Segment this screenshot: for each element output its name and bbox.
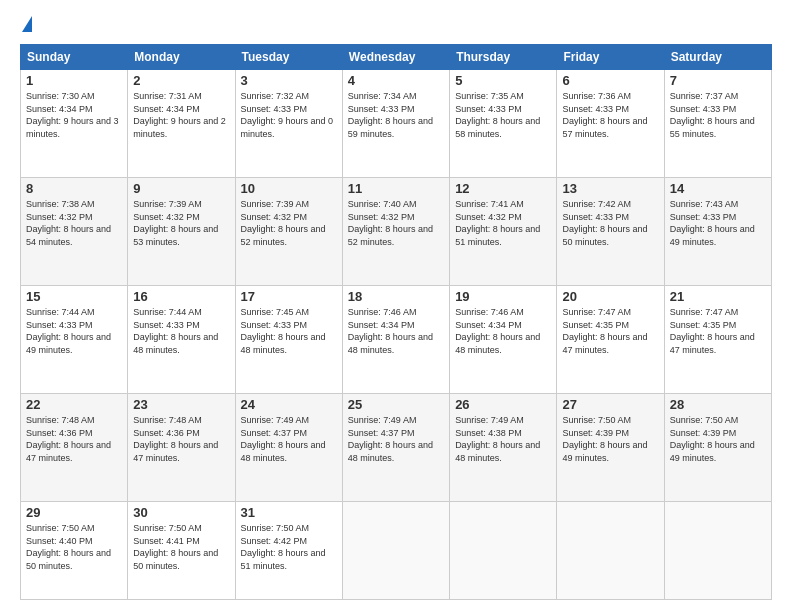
day-number: 12 — [455, 181, 551, 196]
day-number: 26 — [455, 397, 551, 412]
calendar-cell: 18 Sunrise: 7:46 AM Sunset: 4:34 PM Dayl… — [342, 286, 449, 394]
day-number: 29 — [26, 505, 122, 520]
calendar-cell: 13 Sunrise: 7:42 AM Sunset: 4:33 PM Dayl… — [557, 178, 664, 286]
calendar-cell — [664, 502, 771, 600]
day-number: 21 — [670, 289, 766, 304]
header-friday: Friday — [557, 45, 664, 70]
day-number: 9 — [133, 181, 229, 196]
calendar-cell: 29 Sunrise: 7:50 AM Sunset: 4:40 PM Dayl… — [21, 502, 128, 600]
day-number: 10 — [241, 181, 337, 196]
calendar-cell: 7 Sunrise: 7:37 AM Sunset: 4:33 PM Dayli… — [664, 70, 771, 178]
calendar-cell: 28 Sunrise: 7:50 AM Sunset: 4:39 PM Dayl… — [664, 394, 771, 502]
day-info: Sunrise: 7:49 AM Sunset: 4:38 PM Dayligh… — [455, 414, 551, 464]
calendar-cell: 30 Sunrise: 7:50 AM Sunset: 4:41 PM Dayl… — [128, 502, 235, 600]
day-info: Sunrise: 7:50 AM Sunset: 4:39 PM Dayligh… — [562, 414, 658, 464]
day-info: Sunrise: 7:37 AM Sunset: 4:33 PM Dayligh… — [670, 90, 766, 140]
calendar-cell: 26 Sunrise: 7:49 AM Sunset: 4:38 PM Dayl… — [450, 394, 557, 502]
day-number: 8 — [26, 181, 122, 196]
calendar-cell: 8 Sunrise: 7:38 AM Sunset: 4:32 PM Dayli… — [21, 178, 128, 286]
day-info: Sunrise: 7:42 AM Sunset: 4:33 PM Dayligh… — [562, 198, 658, 248]
day-info: Sunrise: 7:47 AM Sunset: 4:35 PM Dayligh… — [670, 306, 766, 356]
calendar-cell: 21 Sunrise: 7:47 AM Sunset: 4:35 PM Dayl… — [664, 286, 771, 394]
logo-triangle-icon — [22, 16, 32, 32]
calendar-cell: 24 Sunrise: 7:49 AM Sunset: 4:37 PM Dayl… — [235, 394, 342, 502]
day-info: Sunrise: 7:46 AM Sunset: 4:34 PM Dayligh… — [348, 306, 444, 356]
calendar-cell: 10 Sunrise: 7:39 AM Sunset: 4:32 PM Dayl… — [235, 178, 342, 286]
day-number: 31 — [241, 505, 337, 520]
day-number: 13 — [562, 181, 658, 196]
day-info: Sunrise: 7:50 AM Sunset: 4:42 PM Dayligh… — [241, 522, 337, 572]
day-info: Sunrise: 7:46 AM Sunset: 4:34 PM Dayligh… — [455, 306, 551, 356]
day-info: Sunrise: 7:45 AM Sunset: 4:33 PM Dayligh… — [241, 306, 337, 356]
calendar-cell: 4 Sunrise: 7:34 AM Sunset: 4:33 PM Dayli… — [342, 70, 449, 178]
calendar-cell: 14 Sunrise: 7:43 AM Sunset: 4:33 PM Dayl… — [664, 178, 771, 286]
day-number: 30 — [133, 505, 229, 520]
day-number: 17 — [241, 289, 337, 304]
day-number: 5 — [455, 73, 551, 88]
day-info: Sunrise: 7:44 AM Sunset: 4:33 PM Dayligh… — [133, 306, 229, 356]
day-info: Sunrise: 7:49 AM Sunset: 4:37 PM Dayligh… — [348, 414, 444, 464]
calendar-cell: 11 Sunrise: 7:40 AM Sunset: 4:32 PM Dayl… — [342, 178, 449, 286]
calendar-cell: 27 Sunrise: 7:50 AM Sunset: 4:39 PM Dayl… — [557, 394, 664, 502]
calendar-cell: 12 Sunrise: 7:41 AM Sunset: 4:32 PM Dayl… — [450, 178, 557, 286]
day-info: Sunrise: 7:31 AM Sunset: 4:34 PM Dayligh… — [133, 90, 229, 140]
day-number: 3 — [241, 73, 337, 88]
calendar-week-2: 8 Sunrise: 7:38 AM Sunset: 4:32 PM Dayli… — [21, 178, 772, 286]
day-info: Sunrise: 7:48 AM Sunset: 4:36 PM Dayligh… — [26, 414, 122, 464]
day-info: Sunrise: 7:47 AM Sunset: 4:35 PM Dayligh… — [562, 306, 658, 356]
calendar-cell: 19 Sunrise: 7:46 AM Sunset: 4:34 PM Dayl… — [450, 286, 557, 394]
day-number: 28 — [670, 397, 766, 412]
calendar-cell — [450, 502, 557, 600]
day-info: Sunrise: 7:44 AM Sunset: 4:33 PM Dayligh… — [26, 306, 122, 356]
day-info: Sunrise: 7:39 AM Sunset: 4:32 PM Dayligh… — [241, 198, 337, 248]
header-thursday: Thursday — [450, 45, 557, 70]
logo — [20, 16, 32, 34]
header-wednesday: Wednesday — [342, 45, 449, 70]
calendar-cell: 20 Sunrise: 7:47 AM Sunset: 4:35 PM Dayl… — [557, 286, 664, 394]
day-info: Sunrise: 7:30 AM Sunset: 4:34 PM Dayligh… — [26, 90, 122, 140]
calendar-week-1: 1 Sunrise: 7:30 AM Sunset: 4:34 PM Dayli… — [21, 70, 772, 178]
page: SundayMondayTuesdayWednesdayThursdayFrid… — [0, 0, 792, 612]
day-info: Sunrise: 7:41 AM Sunset: 4:32 PM Dayligh… — [455, 198, 551, 248]
day-number: 2 — [133, 73, 229, 88]
day-number: 24 — [241, 397, 337, 412]
day-number: 4 — [348, 73, 444, 88]
calendar-week-5: 29 Sunrise: 7:50 AM Sunset: 4:40 PM Dayl… — [21, 502, 772, 600]
day-number: 25 — [348, 397, 444, 412]
calendar-cell — [342, 502, 449, 600]
calendar-cell — [557, 502, 664, 600]
calendar-header-row: SundayMondayTuesdayWednesdayThursdayFrid… — [21, 45, 772, 70]
day-info: Sunrise: 7:34 AM Sunset: 4:33 PM Dayligh… — [348, 90, 444, 140]
day-info: Sunrise: 7:40 AM Sunset: 4:32 PM Dayligh… — [348, 198, 444, 248]
day-info: Sunrise: 7:35 AM Sunset: 4:33 PM Dayligh… — [455, 90, 551, 140]
day-info: Sunrise: 7:32 AM Sunset: 4:33 PM Dayligh… — [241, 90, 337, 140]
day-number: 18 — [348, 289, 444, 304]
header-saturday: Saturday — [664, 45, 771, 70]
day-number: 19 — [455, 289, 551, 304]
calendar-cell: 16 Sunrise: 7:44 AM Sunset: 4:33 PM Dayl… — [128, 286, 235, 394]
day-number: 27 — [562, 397, 658, 412]
calendar-cell: 5 Sunrise: 7:35 AM Sunset: 4:33 PM Dayli… — [450, 70, 557, 178]
day-number: 11 — [348, 181, 444, 196]
calendar-cell: 17 Sunrise: 7:45 AM Sunset: 4:33 PM Dayl… — [235, 286, 342, 394]
day-number: 23 — [133, 397, 229, 412]
day-number: 1 — [26, 73, 122, 88]
day-number: 7 — [670, 73, 766, 88]
calendar-cell: 1 Sunrise: 7:30 AM Sunset: 4:34 PM Dayli… — [21, 70, 128, 178]
day-info: Sunrise: 7:38 AM Sunset: 4:32 PM Dayligh… — [26, 198, 122, 248]
day-number: 20 — [562, 289, 658, 304]
day-info: Sunrise: 7:50 AM Sunset: 4:40 PM Dayligh… — [26, 522, 122, 572]
day-info: Sunrise: 7:49 AM Sunset: 4:37 PM Dayligh… — [241, 414, 337, 464]
day-info: Sunrise: 7:43 AM Sunset: 4:33 PM Dayligh… — [670, 198, 766, 248]
calendar-cell: 6 Sunrise: 7:36 AM Sunset: 4:33 PM Dayli… — [557, 70, 664, 178]
calendar-cell: 22 Sunrise: 7:48 AM Sunset: 4:36 PM Dayl… — [21, 394, 128, 502]
calendar-cell: 23 Sunrise: 7:48 AM Sunset: 4:36 PM Dayl… — [128, 394, 235, 502]
day-number: 6 — [562, 73, 658, 88]
day-info: Sunrise: 7:36 AM Sunset: 4:33 PM Dayligh… — [562, 90, 658, 140]
day-number: 22 — [26, 397, 122, 412]
header-sunday: Sunday — [21, 45, 128, 70]
day-number: 14 — [670, 181, 766, 196]
header — [20, 16, 772, 34]
calendar-cell: 3 Sunrise: 7:32 AM Sunset: 4:33 PM Dayli… — [235, 70, 342, 178]
day-info: Sunrise: 7:48 AM Sunset: 4:36 PM Dayligh… — [133, 414, 229, 464]
